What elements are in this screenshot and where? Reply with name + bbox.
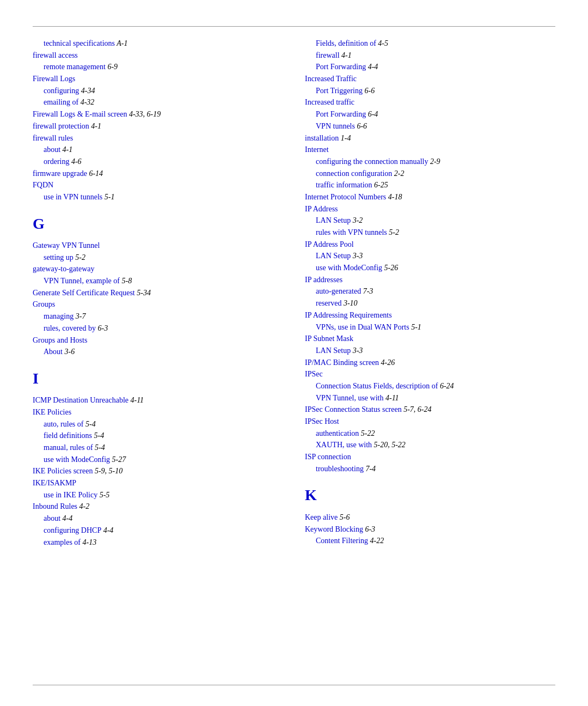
list-item: IP/MAC Binding screen 4-26: [305, 357, 555, 369]
list-item: IP Address: [305, 203, 555, 215]
list-item: Port Forwarding 6-4: [305, 108, 555, 120]
list-item: VPNs, use in Dual WAN Ports 5-1: [305, 321, 555, 333]
list-item: Inbound Rules 4-2: [33, 501, 283, 513]
content-columns: technical specifications A-1firewall acc…: [33, 38, 555, 548]
list-item: setting up 5-2: [33, 252, 283, 264]
list-item: emailing of 4-32: [33, 96, 283, 108]
page-footer: [33, 685, 555, 690]
list-item: LAN Setup 3-3: [305, 345, 555, 357]
list-item: VPN Tunnel, example of 5-8: [33, 275, 283, 287]
list-item: IP Address Pool: [305, 239, 555, 251]
section-letter: G: [33, 212, 283, 235]
list-item: Port Forwarding 4-4: [305, 61, 555, 73]
list-item: use in VPN tunnels 5-1: [33, 191, 283, 203]
list-item: Port Triggering 6-6: [305, 85, 555, 97]
list-item: configuring the connection manually 2-9: [305, 156, 555, 168]
list-item: Keyword Blocking 6-3: [305, 524, 555, 535]
list-item: firewall rules: [33, 132, 283, 144]
list-item: Fields, definition of 4-5: [305, 38, 555, 50]
list-item: Gateway VPN Tunnel: [33, 240, 283, 252]
list-item: firewall protection 4-1: [33, 120, 283, 132]
list-item: connection configuration 2-2: [305, 168, 555, 180]
list-item: Firewall Logs & E-mail screen 4-33, 6-19: [33, 108, 283, 120]
left-column: technical specifications A-1firewall acc…: [33, 38, 283, 548]
list-item: IKE Policies screen 5-9, 5-10: [33, 465, 283, 477]
list-item: use in IKE Policy 5-5: [33, 489, 283, 501]
list-item: firewall 4-1: [305, 50, 555, 62]
list-item: firewall access: [33, 50, 283, 62]
list-item: Groups and Hosts: [33, 334, 283, 346]
list-item: IP addresses: [305, 274, 555, 286]
list-item: Internet Protocol Numbers 4-18: [305, 191, 555, 203]
list-item: use with ModeConfig 5-27: [33, 454, 283, 466]
list-item: Firewall Logs: [33, 73, 283, 85]
list-item: IKE/ISAKMP: [33, 477, 283, 489]
list-item: IPSec Connection Status screen 5-7, 6-24: [305, 404, 555, 416]
list-item: traffic information 6-25: [305, 179, 555, 191]
list-item: managing 3-7: [33, 311, 283, 322]
list-item: Connection Status Fields, description of…: [305, 380, 555, 392]
list-item: field definitions 5-4: [33, 430, 283, 442]
section-letter: I: [33, 367, 283, 390]
list-item: LAN Setup 3-3: [305, 250, 555, 262]
list-item: ISP connection: [305, 451, 555, 463]
list-item: gateway-to-gateway: [33, 263, 283, 275]
list-item: auto-generated 7-3: [305, 285, 555, 297]
list-item: installation 1-4: [305, 132, 555, 144]
list-item: Increased traffic: [305, 96, 555, 108]
list-item: Keep alive 5-6: [305, 512, 555, 524]
list-item: examples of 4-13: [33, 537, 283, 549]
list-item: XAUTH, use with 5-20, 5-22: [305, 439, 555, 451]
list-item: Generate Self Certificate Request 5-34: [33, 287, 283, 299]
list-item: auto, rules of 5-4: [33, 418, 283, 430]
list-item: IP Addressing Requirements: [305, 309, 555, 321]
list-item: FQDN: [33, 179, 283, 191]
section-letter: K: [305, 483, 555, 507]
list-item: authentication 5-22: [305, 428, 555, 440]
list-item: technical specifications A-1: [33, 38, 283, 50]
list-item: IPSec: [305, 368, 555, 380]
list-item: reserved 3-10: [305, 297, 555, 309]
list-item: configuring 4-34: [33, 85, 283, 97]
list-item: Internet: [305, 144, 555, 156]
list-item: about 4-1: [33, 144, 283, 156]
list-item: manual, rules of 5-4: [33, 442, 283, 454]
list-item: Increased Traffic: [305, 73, 555, 85]
list-item: ICMP Destination Unreachable 4-11: [33, 394, 283, 406]
list-item: rules with VPN tunnels 5-2: [305, 227, 555, 239]
list-item: LAN Setup 3-2: [305, 215, 555, 227]
list-item: IPSec Host: [305, 416, 555, 428]
list-item: remote management 6-9: [33, 61, 283, 73]
right-column: Fields, definition of 4-5firewall 4-1Por…: [305, 38, 555, 548]
list-item: VPN Tunnel, use with 4-11: [305, 392, 555, 404]
list-item: VPN tunnels 6-6: [305, 120, 555, 132]
list-item: IKE Policies: [33, 406, 283, 418]
list-item: rules, covered by 6-3: [33, 322, 283, 334]
list-item: Content Filtering 4-22: [305, 535, 555, 547]
list-item: IP Subnet Mask: [305, 333, 555, 345]
list-item: Groups: [33, 299, 283, 311]
list-item: use with ModeConfig 5-26: [305, 262, 555, 274]
list-item: troubleshooting 7-4: [305, 463, 555, 475]
list-item: about 4-4: [33, 513, 283, 525]
list-item: About 3-6: [33, 346, 283, 358]
page: technical specifications A-1firewall acc…: [0, 0, 588, 706]
list-item: configuring DHCP 4-4: [33, 525, 283, 537]
page-header: [33, 22, 555, 27]
list-item: ordering 4-6: [33, 156, 283, 168]
list-item: firmware upgrade 6-14: [33, 168, 283, 180]
